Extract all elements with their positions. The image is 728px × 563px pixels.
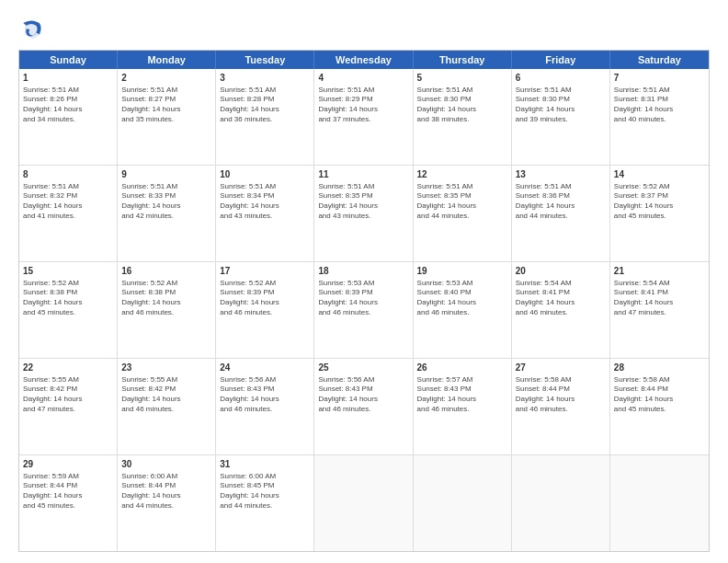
day-number: 17 [220,265,310,278]
calendar-cell [414,455,512,551]
calendar-cell: 1Sunrise: 5:51 AMSunset: 8:26 PMDaylight… [19,69,118,165]
cell-info: Sunrise: 5:52 AMSunset: 8:39 PMDaylight:… [220,279,310,318]
day-number: 16 [121,265,211,278]
calendar-row-3: 22Sunrise: 5:55 AMSunset: 8:42 PMDayligh… [19,358,709,454]
calendar-cell: 21Sunrise: 5:54 AMSunset: 8:41 PMDayligh… [610,262,709,358]
day-number: 24 [220,362,310,374]
day-number: 11 [318,168,408,181]
cell-info: Sunrise: 5:51 AMSunset: 8:30 PMDaylight:… [516,86,606,125]
calendar-cell: 18Sunrise: 5:53 AMSunset: 8:39 PMDayligh… [314,262,413,358]
cell-info: Sunrise: 5:51 AMSunset: 8:28 PMDaylight:… [220,86,310,125]
calendar-cell: 4Sunrise: 5:51 AMSunset: 8:29 PMDaylight… [314,69,413,165]
calendar-cell: 29Sunrise: 5:59 AMSunset: 8:44 PMDayligh… [19,455,118,551]
calendar-cell: 23Sunrise: 5:55 AMSunset: 8:42 PMDayligh… [118,359,216,454]
cell-info: Sunrise: 5:51 AMSunset: 8:35 PMDaylight:… [318,182,408,222]
header-day-tuesday: Tuesday [216,51,314,69]
header-day-friday: Friday [512,51,610,69]
cell-info: Sunrise: 5:57 AMSunset: 8:43 PMDaylight:… [417,375,507,415]
cell-info: Sunrise: 5:51 AMSunset: 8:34 PMDaylight:… [220,182,310,222]
page: SundayMondayTuesdayWednesdayThursdayFrid… [0,0,728,563]
day-number: 10 [220,168,310,181]
day-number: 28 [614,362,705,374]
calendar-row-0: 1Sunrise: 5:51 AMSunset: 8:26 PMDaylight… [19,69,709,165]
calendar-cell: 2Sunrise: 5:51 AMSunset: 8:27 PMDaylight… [118,69,216,165]
day-number: 27 [516,362,606,374]
calendar-cell: 16Sunrise: 5:52 AMSunset: 8:38 PMDayligh… [118,262,216,358]
calendar-cell: 7Sunrise: 5:51 AMSunset: 8:31 PMDaylight… [610,69,709,165]
cell-info: Sunrise: 5:53 AMSunset: 8:39 PMDaylight:… [318,279,408,318]
header-day-wednesday: Wednesday [314,51,413,69]
calendar-cell: 12Sunrise: 5:51 AMSunset: 8:35 PMDayligh… [414,166,512,261]
calendar-cell: 31Sunrise: 6:00 AMSunset: 8:45 PMDayligh… [216,455,314,551]
cell-info: Sunrise: 6:00 AMSunset: 8:44 PMDaylight:… [121,472,211,511]
calendar-cell: 25Sunrise: 5:56 AMSunset: 8:43 PMDayligh… [314,359,413,454]
calendar-cell: 10Sunrise: 5:51 AMSunset: 8:34 PMDayligh… [216,166,314,261]
calendar-cell: 28Sunrise: 5:58 AMSunset: 8:44 PMDayligh… [610,359,709,454]
calendar-cell: 17Sunrise: 5:52 AMSunset: 8:39 PMDayligh… [216,262,314,358]
day-number: 29 [23,458,113,471]
cell-info: Sunrise: 5:51 AMSunset: 8:27 PMDaylight:… [121,86,211,125]
cell-info: Sunrise: 5:54 AMSunset: 8:41 PMDaylight:… [614,279,705,318]
logo-icon [18,17,44,42]
calendar-cell: 6Sunrise: 5:51 AMSunset: 8:30 PMDaylight… [512,69,610,165]
cell-info: Sunrise: 5:52 AMSunset: 8:38 PMDaylight:… [121,279,211,318]
day-number: 23 [121,362,211,374]
calendar-cell: 5Sunrise: 5:51 AMSunset: 8:30 PMDaylight… [414,69,512,165]
cell-info: Sunrise: 5:58 AMSunset: 8:44 PMDaylight:… [614,375,705,415]
calendar-cell: 27Sunrise: 5:58 AMSunset: 8:44 PMDayligh… [512,359,610,454]
cell-info: Sunrise: 5:51 AMSunset: 8:30 PMDaylight:… [417,86,507,125]
cell-info: Sunrise: 5:55 AMSunset: 8:42 PMDaylight:… [121,375,211,415]
calendar-cell: 26Sunrise: 5:57 AMSunset: 8:43 PMDayligh… [414,359,512,454]
day-number: 2 [121,72,211,85]
header-day-saturday: Saturday [610,51,709,69]
cell-info: Sunrise: 5:53 AMSunset: 8:40 PMDaylight:… [417,279,507,318]
cell-info: Sunrise: 5:52 AMSunset: 8:37 PMDaylight:… [614,182,705,222]
day-number: 21 [614,265,705,278]
calendar-cell [512,455,610,551]
calendar-cell: 30Sunrise: 6:00 AMSunset: 8:44 PMDayligh… [118,455,216,551]
day-number: 25 [318,362,408,374]
calendar-cell: 9Sunrise: 5:51 AMSunset: 8:33 PMDaylight… [118,166,216,261]
calendar-cell: 15Sunrise: 5:52 AMSunset: 8:38 PMDayligh… [19,262,118,358]
calendar-cell: 19Sunrise: 5:53 AMSunset: 8:40 PMDayligh… [414,262,512,358]
day-number: 8 [23,168,113,181]
day-number: 14 [614,168,705,181]
cell-info: Sunrise: 5:59 AMSunset: 8:44 PMDaylight:… [23,472,113,511]
header [18,17,710,42]
cell-info: Sunrise: 5:51 AMSunset: 8:32 PMDaylight:… [23,182,113,222]
cell-info: Sunrise: 6:00 AMSunset: 8:45 PMDaylight:… [220,472,310,511]
day-number: 19 [417,265,507,278]
cell-info: Sunrise: 5:54 AMSunset: 8:41 PMDaylight:… [516,279,606,318]
day-number: 1 [23,72,113,85]
day-number: 5 [417,72,507,85]
calendar: SundayMondayTuesdayWednesdayThursdayFrid… [18,50,710,552]
calendar-cell: 8Sunrise: 5:51 AMSunset: 8:32 PMDaylight… [19,166,118,261]
calendar-row-4: 29Sunrise: 5:59 AMSunset: 8:44 PMDayligh… [19,454,709,551]
calendar-cell: 22Sunrise: 5:55 AMSunset: 8:42 PMDayligh… [19,359,118,454]
cell-info: Sunrise: 5:51 AMSunset: 8:31 PMDaylight:… [614,86,705,125]
cell-info: Sunrise: 5:52 AMSunset: 8:38 PMDaylight:… [23,279,113,318]
day-number: 31 [220,458,310,471]
calendar-cell: 3Sunrise: 5:51 AMSunset: 8:28 PMDaylight… [216,69,314,165]
cell-info: Sunrise: 5:51 AMSunset: 8:36 PMDaylight:… [516,182,606,222]
calendar-cell: 20Sunrise: 5:54 AMSunset: 8:41 PMDayligh… [512,262,610,358]
calendar-row-1: 8Sunrise: 5:51 AMSunset: 8:32 PMDaylight… [19,165,709,261]
day-number: 22 [23,362,113,374]
calendar-cell [610,455,709,551]
day-number: 18 [318,265,408,278]
calendar-body: 1Sunrise: 5:51 AMSunset: 8:26 PMDaylight… [19,69,709,551]
logo [18,17,48,42]
header-day-monday: Monday [118,51,216,69]
day-number: 7 [614,72,705,85]
day-number: 9 [121,168,211,181]
calendar-row-2: 15Sunrise: 5:52 AMSunset: 8:38 PMDayligh… [19,261,709,358]
calendar-cell: 14Sunrise: 5:52 AMSunset: 8:37 PMDayligh… [610,166,709,261]
cell-info: Sunrise: 5:51 AMSunset: 8:33 PMDaylight:… [121,182,211,222]
calendar-cell: 11Sunrise: 5:51 AMSunset: 8:35 PMDayligh… [314,166,413,261]
calendar-cell: 24Sunrise: 5:56 AMSunset: 8:43 PMDayligh… [216,359,314,454]
cell-info: Sunrise: 5:51 AMSunset: 8:26 PMDaylight:… [23,86,113,125]
day-number: 13 [516,168,606,181]
day-number: 3 [220,72,310,85]
cell-info: Sunrise: 5:58 AMSunset: 8:44 PMDaylight:… [516,375,606,415]
calendar-cell [314,455,413,551]
